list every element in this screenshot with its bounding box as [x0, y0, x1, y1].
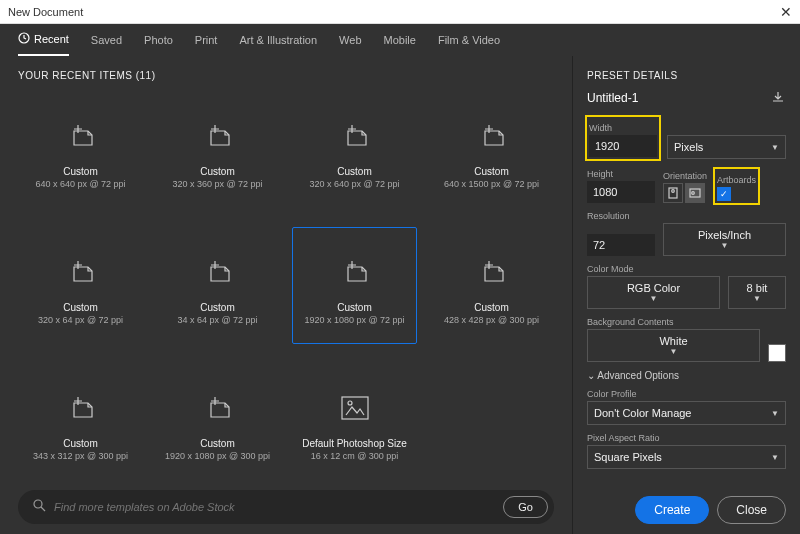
- search-icon: [32, 498, 46, 516]
- artboards-checkbox[interactable]: ✓: [717, 187, 731, 201]
- card-label: Custom: [63, 166, 97, 177]
- document-icon: [332, 116, 378, 156]
- card-sub: 1920 x 1080 px @ 72 ppi: [304, 315, 404, 325]
- svg-point-3: [34, 500, 42, 508]
- new-document-dialog: New Document ✕ Recent Saved Photo Print …: [0, 0, 800, 534]
- preset-card[interactable]: Custom320 x 64 px @ 72 ppi: [18, 227, 143, 345]
- card-sub: 1920 x 1080 px @ 300 ppi: [165, 451, 270, 461]
- tab-recent[interactable]: Recent: [18, 24, 69, 56]
- chevron-down-icon: ▼: [771, 143, 779, 152]
- svg-point-7: [692, 192, 695, 195]
- background-select[interactable]: White▼: [587, 329, 760, 362]
- card-sub: 34 x 64 px @ 72 ppi: [177, 315, 257, 325]
- card-label: Custom: [200, 302, 234, 313]
- chevron-down-icon: ▼: [670, 347, 678, 356]
- chevron-down-icon: ▼: [753, 294, 761, 303]
- card-sub: 16 x 12 cm @ 300 ppi: [311, 451, 399, 461]
- document-icon: [332, 252, 378, 292]
- card-sub: 428 x 428 px @ 300 ppi: [444, 315, 539, 325]
- svg-point-5: [672, 190, 675, 193]
- tab-photo[interactable]: Photo: [144, 26, 173, 54]
- document-icon: [469, 116, 515, 156]
- document-icon: [195, 388, 241, 428]
- landscape-button[interactable]: [685, 183, 705, 203]
- card-label: Custom: [337, 302, 371, 313]
- card-label: Custom: [63, 438, 97, 449]
- preset-card[interactable]: Custom320 x 360 px @ 72 ppi: [155, 91, 280, 209]
- preset-card[interactable]: Custom343 x 312 px @ 300 ppi: [18, 362, 143, 480]
- card-label: Custom: [474, 166, 508, 177]
- card-label: Custom: [63, 302, 97, 313]
- preset-card[interactable]: Custom640 x 1500 px @ 72 ppi: [429, 91, 554, 209]
- card-sub: 320 x 64 px @ 72 ppi: [38, 315, 123, 325]
- orientation-toggle: [663, 183, 707, 203]
- document-icon: [195, 116, 241, 156]
- tab-saved[interactable]: Saved: [91, 26, 122, 54]
- preset-card[interactable]: Custom1920 x 1080 px @ 72 ppi: [292, 227, 417, 345]
- document-icon: [58, 252, 104, 292]
- card-sub: 343 x 312 px @ 300 ppi: [33, 451, 128, 461]
- clock-icon: [18, 32, 30, 46]
- svg-point-2: [348, 401, 352, 405]
- create-button[interactable]: Create: [635, 496, 709, 524]
- unit-select[interactable]: Pixels▼: [667, 135, 786, 159]
- document-icon: [58, 388, 104, 428]
- card-sub: 640 x 1500 px @ 72 ppi: [444, 179, 539, 189]
- width-highlight: Width: [585, 115, 661, 161]
- chevron-down-icon: ▼: [650, 294, 658, 303]
- go-button[interactable]: Go: [503, 496, 548, 518]
- pixel-aspect-select[interactable]: Square Pixels▼: [587, 445, 786, 469]
- card-label: Custom: [200, 438, 234, 449]
- preset-card[interactable]: Custom320 x 640 px @ 72 ppi: [292, 91, 417, 209]
- recent-heading: YOUR RECENT ITEMS (11): [18, 70, 554, 81]
- tab-mobile[interactable]: Mobile: [384, 26, 416, 54]
- preset-card[interactable]: Custom1920 x 1080 px @ 300 ppi: [155, 362, 280, 480]
- card-sub: 640 x 640 px @ 72 ppi: [35, 179, 125, 189]
- color-profile-select[interactable]: Don't Color Manage▼: [587, 401, 786, 425]
- document-icon: [469, 252, 515, 292]
- background-swatch[interactable]: [768, 344, 786, 362]
- tab-web[interactable]: Web: [339, 26, 361, 54]
- titlebar: New Document ✕: [0, 0, 800, 24]
- preset-name[interactable]: Untitled-1: [587, 91, 638, 105]
- card-label: Custom: [337, 166, 371, 177]
- dialog-title: New Document: [8, 6, 83, 18]
- bit-depth-select[interactable]: 8 bit▼: [728, 276, 786, 309]
- preset-card[interactable]: Custom34 x 64 px @ 72 ppi: [155, 227, 280, 345]
- preset-card[interactable]: Default Photoshop Size16 x 12 cm @ 300 p…: [292, 362, 417, 480]
- document-icon: [332, 388, 378, 428]
- chevron-down-icon: ▼: [771, 453, 779, 462]
- document-icon: [58, 116, 104, 156]
- card-label: Custom: [200, 166, 234, 177]
- tab-print[interactable]: Print: [195, 26, 218, 54]
- card-sub: 320 x 360 px @ 72 ppi: [172, 179, 262, 189]
- preset-card[interactable]: Custom640 x 640 px @ 72 ppi: [18, 91, 143, 209]
- width-input[interactable]: [589, 135, 657, 157]
- svg-rect-1: [342, 397, 368, 419]
- document-icon: [195, 252, 241, 292]
- card-label: Custom: [474, 302, 508, 313]
- search-input[interactable]: [54, 501, 495, 513]
- resolution-input[interactable]: [587, 234, 655, 256]
- chevron-down-icon: ▼: [721, 241, 729, 250]
- preset-card[interactable]: Custom428 x 428 px @ 300 ppi: [429, 227, 554, 345]
- download-icon[interactable]: [770, 89, 786, 107]
- chevron-down-icon: ⌄: [587, 370, 595, 381]
- category-tabs: Recent Saved Photo Print Art & Illustrat…: [0, 24, 800, 56]
- card-label: Default Photoshop Size: [302, 438, 407, 449]
- resolution-unit-select[interactable]: Pixels/Inch▼: [663, 223, 786, 256]
- close-button[interactable]: Close: [717, 496, 786, 524]
- tab-film[interactable]: Film & Video: [438, 26, 500, 54]
- card-sub: 320 x 640 px @ 72 ppi: [309, 179, 399, 189]
- portrait-button[interactable]: [663, 183, 683, 203]
- advanced-toggle[interactable]: ⌄ Advanced Options: [587, 370, 786, 381]
- height-input[interactable]: [587, 181, 655, 203]
- color-mode-select[interactable]: RGB Color▼: [587, 276, 720, 309]
- chevron-down-icon: ▼: [771, 409, 779, 418]
- preset-heading: PRESET DETAILS: [587, 70, 786, 81]
- tab-art[interactable]: Art & Illustration: [239, 26, 317, 54]
- artboards-highlight: Artboards ✓: [713, 167, 760, 205]
- close-icon[interactable]: ✕: [780, 4, 792, 20]
